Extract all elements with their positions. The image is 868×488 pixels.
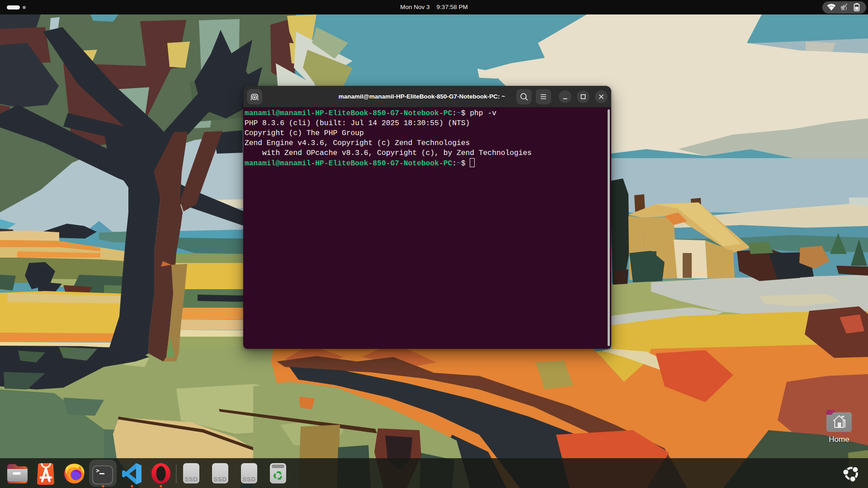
svg-text:SSD: SSD: [242, 476, 255, 483]
svg-text:SSD: SSD: [213, 476, 226, 483]
svg-text:SSD: SSD: [184, 476, 198, 483]
svg-text:>: >: [96, 468, 99, 474]
